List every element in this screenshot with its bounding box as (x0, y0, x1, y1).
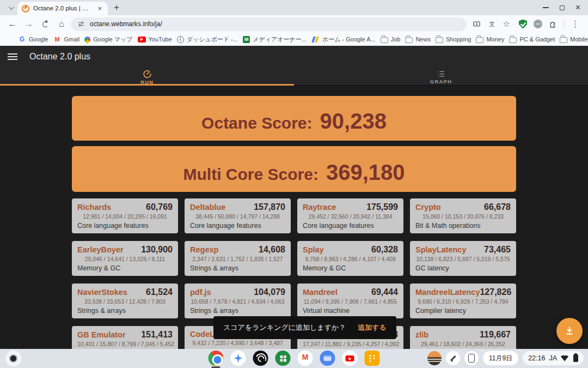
chevron-down-icon (8, 4, 14, 10)
home-button[interactable]: ⌂ (54, 17, 69, 31)
shelf-app-icon[interactable] (298, 351, 313, 366)
date-pill[interactable]: 11月9日 (483, 351, 518, 365)
benchmark-results-area: Octane Score: 90,238 Multi Core Score: 3… (0, 86, 588, 349)
bookmark-label: Shopping (446, 36, 471, 43)
tab-close-icon[interactable]: × (96, 4, 103, 13)
shelf-app-icon[interactable] (320, 351, 335, 366)
stylus-tools-button[interactable] (446, 351, 460, 365)
benchmark-subscores: 10,658 / 7,678 / 4,821 / 4,934 / 4,063 (190, 298, 285, 305)
benchmark-card[interactable]: NavierStokes 61,524 33,538 / 33,653 / 12… (72, 283, 178, 318)
chromeos-shelf: 11月9日 22:16 JA (0, 349, 588, 368)
shelf-app-icon[interactable] (209, 351, 224, 366)
bookmark-item[interactable]: Google マップ (84, 35, 132, 44)
chat-extension-icon[interactable] (534, 20, 542, 28)
benchmark-name: NavierStokes (77, 288, 127, 297)
benchmark-category: Memory & GC (303, 264, 398, 272)
bookmark-item[interactable]: メディアオーナー... (243, 35, 307, 44)
bookmark-item[interactable]: Gmail (53, 35, 79, 44)
back-button[interactable]: ← (5, 17, 20, 31)
benchmark-card[interactable]: Splay 60,328 9,768 / 8,963 / 4,286 / 4,1… (297, 241, 403, 276)
benchmark-name: Crypto (415, 203, 441, 212)
benchmark-card[interactable]: MandreelLatency 127,826 9,680 / 6,310 / … (410, 283, 516, 318)
translate-icon[interactable]: 文 (488, 20, 497, 28)
bookmark-label: Money (486, 36, 504, 43)
bookmark-item[interactable]: YouTube (138, 36, 172, 43)
new-tab-button[interactable]: + (110, 1, 123, 14)
avatar[interactable] (427, 351, 442, 365)
benchmark-card[interactable]: EarleyBoyer 130,900 25,046 / 14,641 / 13… (72, 241, 178, 276)
benchmark-card[interactable]: SplayLatency 73,465 10,138 / 6,823 / 5,6… (410, 241, 516, 276)
cast-screen-icon[interactable] (472, 20, 481, 28)
benchmark-card[interactable]: GB Emulator 151,413 10,401 / 15,807 / 8,… (72, 326, 178, 349)
extensions-puzzle-icon[interactable] (549, 20, 558, 28)
benchmark-name: Richards (77, 203, 111, 212)
extension-icons: ⋮ (516, 19, 583, 29)
bookmark-item[interactable]: ホーム - Google A... (311, 35, 376, 44)
shelf-app-icon[interactable] (275, 351, 291, 366)
benchmark-subscores: 12,981 / 14,004 / 20,295 / 16,091 (77, 213, 173, 220)
benchmark-category: Virtual machine (303, 307, 398, 315)
benchmark-score: 60,328 (371, 245, 398, 255)
tab-run[interactable]: RUN (0, 68, 294, 85)
tab-graph[interactable]: GRAPH (294, 68, 588, 85)
bookmark-item[interactable]: Shopping (436, 36, 471, 43)
launcher-button[interactable] (5, 351, 21, 366)
shelf-app-icon[interactable] (231, 351, 246, 366)
tab-search-button[interactable] (4, 2, 16, 14)
benchmark-card[interactable]: zlib 119,667 29,461 / 18,602 / 24,369 / … (410, 326, 516, 349)
benchmark-name: Raytrace (303, 203, 336, 212)
shelf-app-icon[interactable] (253, 351, 268, 366)
benchmark-card[interactable]: Raytrace 175,599 29,452 / 32,560 / 20,94… (297, 198, 403, 233)
bookmark-label: Mobile (570, 36, 587, 43)
system-tray: 11月9日 22:16 JA (427, 351, 584, 365)
download-fab[interactable] (556, 318, 583, 344)
shelf-app-row (209, 351, 380, 366)
benchmark-category: Core language features (303, 222, 398, 230)
bookmark-item[interactable]: PC & Gadget (509, 36, 555, 43)
site-settings-icon[interactable] (77, 20, 85, 28)
benchmark-category: Core language features (190, 222, 285, 230)
browser-tab-active[interactable]: Octane 2.0 plus | オンライン × (17, 2, 108, 15)
benchmark-card[interactable]: Mandreel 69,444 11,094 / 9,395 / 7,906 /… (297, 283, 403, 318)
bookmark-label: Job (391, 36, 401, 43)
bookmark-item[interactable]: Google (18, 35, 48, 44)
maximize-button[interactable] (560, 5, 565, 10)
bookmark-favicon-icon (436, 37, 443, 43)
benchmark-category: Strings & arrays (190, 264, 285, 272)
benchmark-card[interactable]: Crypto 66,678 15,060 / 10,153 / 20,876 /… (410, 198, 516, 233)
benchmark-score: 61,524 (146, 287, 173, 297)
toast-add-button[interactable]: 追加する (358, 323, 387, 333)
phone-hub-button[interactable] (464, 351, 479, 365)
adblock-shield-icon[interactable] (519, 20, 527, 29)
bookmark-item[interactable]: Mobile (560, 36, 587, 43)
benchmark-category: Core language features (77, 222, 173, 230)
status-area[interactable]: 22:16 JA (523, 351, 584, 365)
address-bar[interactable]: octane.webmarks.info/ja/ (71, 17, 467, 31)
close-window-button[interactable]: × (575, 3, 580, 12)
hamburger-menu-icon[interactable] (8, 53, 17, 60)
minimize-button[interactable] (543, 7, 549, 8)
bookmark-favicon-icon (476, 37, 483, 43)
download-icon (564, 325, 575, 336)
battery-icon (573, 354, 578, 362)
benchmark-card[interactable]: Deltablue 157,870 38,445 / 50,880 / 14,7… (185, 198, 291, 233)
benchmark-score: 119,667 (480, 330, 511, 340)
octane-tab-bar: RUN GRAPH (0, 68, 588, 86)
shelf-app-icon[interactable] (342, 351, 358, 366)
benchmark-subscores: 15,060 / 10,153 / 20,876 / 8,233 (415, 213, 511, 220)
benchmark-card[interactable]: Richards 60,769 12,981 / 14,004 / 20,295… (72, 198, 178, 233)
shelf-app-icon[interactable] (365, 351, 380, 366)
browser-menu-icon[interactable]: ⋮ (571, 19, 579, 29)
bookmark-item[interactable]: Job (381, 36, 401, 43)
bookmark-star-icon[interactable]: ☆ (503, 19, 510, 29)
benchmark-card[interactable]: pdf.js 104,079 10,658 / 7,678 / 4,821 / … (185, 283, 291, 318)
reload-button[interactable] (38, 17, 52, 31)
benchmark-subscores: 11,094 / 9,395 / 7,906 / 7,661 / 4,855 (303, 298, 398, 305)
bookmark-item[interactable]: ダッシュボード -... (177, 35, 238, 44)
benchmark-card[interactable]: Regexp 14,608 2,347 / 2,631 / 1,752 / 1,… (185, 241, 291, 276)
wifi-icon (561, 355, 568, 361)
bookmark-item[interactable]: News (405, 36, 431, 43)
benchmark-subscores: 33,538 / 33,653 / 12,428 / 7,803 (77, 298, 173, 305)
forward-button[interactable]: → (22, 17, 36, 31)
bookmark-item[interactable]: Money (476, 36, 504, 43)
